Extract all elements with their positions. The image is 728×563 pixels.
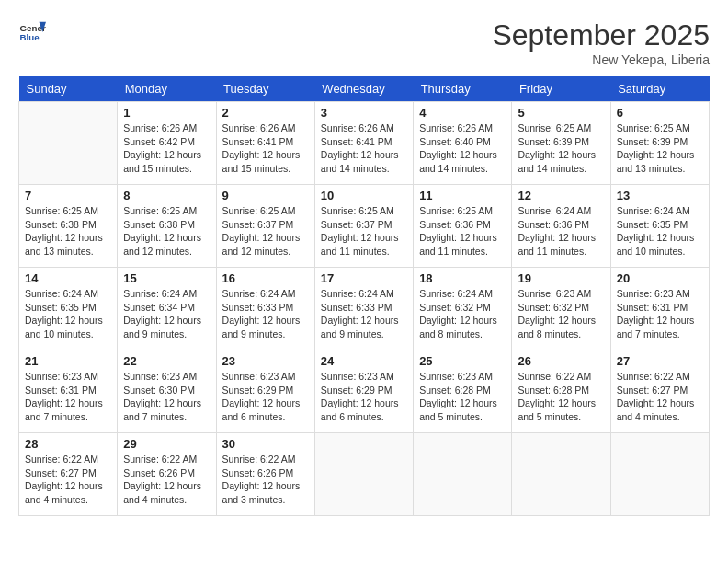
day-number: 4	[419, 106, 506, 120]
calendar-cell: 20Sunrise: 6:23 AMSunset: 6:31 PMDayligh…	[610, 268, 709, 350]
calendar-table: SundayMondayTuesdayWednesdayThursdayFrid…	[18, 76, 710, 516]
weekday-header-row: SundayMondayTuesdayWednesdayThursdayFrid…	[19, 76, 710, 102]
calendar-cell: 22Sunrise: 6:23 AMSunset: 6:30 PMDayligh…	[118, 350, 216, 433]
day-info: Sunrise: 6:26 AMSunset: 6:41 PMDaylight:…	[222, 121, 309, 176]
day-info: Sunrise: 6:25 AMSunset: 6:37 PMDaylight:…	[321, 204, 407, 259]
day-info: Sunrise: 6:25 AMSunset: 6:39 PMDaylight:…	[617, 121, 703, 176]
day-info: Sunrise: 6:23 AMSunset: 6:28 PMDaylight:…	[419, 370, 506, 424]
day-info: Sunrise: 6:23 AMSunset: 6:29 PMDaylight:…	[222, 370, 309, 424]
day-number: 19	[518, 271, 604, 285]
day-info: Sunrise: 6:24 AMSunset: 6:35 PMDaylight:…	[617, 204, 703, 259]
calendar-cell: 8Sunrise: 6:25 AMSunset: 6:38 PMDaylight…	[118, 185, 216, 268]
calendar-cell: 3Sunrise: 6:26 AMSunset: 6:41 PMDaylight…	[314, 102, 413, 185]
calendar-week-row: 1Sunrise: 6:26 AMSunset: 6:42 PMDaylight…	[19, 102, 710, 185]
day-info: Sunrise: 6:23 AMSunset: 6:30 PMDaylight:…	[123, 370, 210, 424]
weekday-header: Sunday	[19, 76, 118, 102]
calendar-week-row: 28Sunrise: 6:22 AMSunset: 6:27 PMDayligh…	[19, 433, 710, 516]
day-info: Sunrise: 6:24 AMSunset: 6:35 PMDaylight:…	[25, 287, 111, 341]
calendar-cell: 12Sunrise: 6:24 AMSunset: 6:36 PMDayligh…	[512, 185, 610, 268]
calendar-cell: 9Sunrise: 6:25 AMSunset: 6:37 PMDaylight…	[216, 185, 314, 268]
day-number: 23	[222, 354, 309, 368]
day-info: Sunrise: 6:24 AMSunset: 6:33 PMDaylight:…	[321, 287, 407, 341]
calendar-cell: 7Sunrise: 6:25 AMSunset: 6:38 PMDaylight…	[19, 185, 118, 268]
calendar-week-row: 21Sunrise: 6:23 AMSunset: 6:31 PMDayligh…	[19, 350, 710, 433]
location: New Yekepa, Liberia	[492, 52, 710, 67]
day-info: Sunrise: 6:25 AMSunset: 6:37 PMDaylight:…	[222, 204, 309, 259]
day-number: 18	[419, 271, 506, 285]
day-number: 13	[617, 189, 703, 202]
day-number: 10	[321, 189, 407, 202]
day-number: 25	[419, 354, 506, 368]
calendar-cell: 23Sunrise: 6:23 AMSunset: 6:29 PMDayligh…	[216, 350, 314, 433]
calendar-cell: 15Sunrise: 6:24 AMSunset: 6:34 PMDayligh…	[118, 268, 216, 350]
day-number: 3	[321, 106, 407, 120]
day-number: 27	[617, 354, 703, 368]
day-number: 30	[222, 437, 309, 451]
day-number: 6	[617, 106, 703, 120]
weekday-header: Tuesday	[216, 76, 314, 102]
day-info: Sunrise: 6:23 AMSunset: 6:31 PMDaylight:…	[617, 287, 703, 341]
day-info: Sunrise: 6:25 AMSunset: 6:36 PMDaylight:…	[419, 204, 506, 259]
calendar-cell	[512, 433, 610, 516]
day-number: 9	[222, 189, 309, 202]
day-info: Sunrise: 6:24 AMSunset: 6:32 PMDaylight:…	[419, 287, 506, 341]
day-info: Sunrise: 6:22 AMSunset: 6:26 PMDaylight:…	[123, 453, 210, 507]
calendar-cell	[610, 433, 709, 516]
title-block: September 2025 New Yekepa, Liberia	[492, 18, 710, 67]
day-number: 5	[518, 106, 604, 120]
day-number: 16	[222, 271, 309, 285]
calendar-cell: 6Sunrise: 6:25 AMSunset: 6:39 PMDaylight…	[610, 102, 709, 185]
day-info: Sunrise: 6:26 AMSunset: 6:42 PMDaylight:…	[123, 121, 210, 176]
day-info: Sunrise: 6:25 AMSunset: 6:38 PMDaylight:…	[25, 204, 111, 259]
day-info: Sunrise: 6:22 AMSunset: 6:26 PMDaylight:…	[222, 453, 309, 507]
day-info: Sunrise: 6:23 AMSunset: 6:31 PMDaylight:…	[25, 370, 111, 424]
calendar-cell: 2Sunrise: 6:26 AMSunset: 6:41 PMDaylight…	[216, 102, 314, 185]
calendar-cell: 27Sunrise: 6:22 AMSunset: 6:27 PMDayligh…	[610, 350, 709, 433]
day-info: Sunrise: 6:26 AMSunset: 6:40 PMDaylight:…	[419, 121, 506, 176]
day-number: 26	[518, 354, 604, 368]
day-info: Sunrise: 6:22 AMSunset: 6:28 PMDaylight:…	[518, 370, 604, 424]
day-info: Sunrise: 6:22 AMSunset: 6:27 PMDaylight:…	[25, 453, 111, 507]
calendar-cell: 26Sunrise: 6:22 AMSunset: 6:28 PMDayligh…	[512, 350, 610, 433]
calendar-cell: 19Sunrise: 6:23 AMSunset: 6:32 PMDayligh…	[512, 268, 610, 350]
weekday-header: Monday	[118, 76, 216, 102]
weekday-header: Saturday	[610, 76, 709, 102]
weekday-header: Friday	[512, 76, 610, 102]
calendar-cell: 25Sunrise: 6:23 AMSunset: 6:28 PMDayligh…	[414, 350, 512, 433]
day-info: Sunrise: 6:22 AMSunset: 6:27 PMDaylight:…	[617, 370, 703, 424]
svg-text:Blue: Blue	[20, 32, 40, 42]
calendar-cell: 11Sunrise: 6:25 AMSunset: 6:36 PMDayligh…	[414, 185, 512, 268]
day-number: 20	[617, 271, 703, 285]
calendar-cell: 29Sunrise: 6:22 AMSunset: 6:26 PMDayligh…	[118, 433, 216, 516]
calendar-cell: 4Sunrise: 6:26 AMSunset: 6:40 PMDaylight…	[414, 102, 512, 185]
day-number: 14	[25, 271, 111, 285]
day-info: Sunrise: 6:23 AMSunset: 6:32 PMDaylight:…	[518, 287, 604, 341]
day-number: 24	[321, 354, 407, 368]
calendar-cell: 14Sunrise: 6:24 AMSunset: 6:35 PMDayligh…	[19, 268, 118, 350]
weekday-header: Wednesday	[314, 76, 413, 102]
day-info: Sunrise: 6:25 AMSunset: 6:38 PMDaylight:…	[123, 204, 210, 259]
day-number: 28	[25, 437, 111, 451]
day-number: 7	[25, 189, 111, 202]
day-info: Sunrise: 6:25 AMSunset: 6:39 PMDaylight:…	[518, 121, 604, 176]
day-number: 15	[123, 271, 210, 285]
calendar-cell: 16Sunrise: 6:24 AMSunset: 6:33 PMDayligh…	[216, 268, 314, 350]
day-number: 21	[25, 354, 111, 368]
calendar-cell: 30Sunrise: 6:22 AMSunset: 6:26 PMDayligh…	[216, 433, 314, 516]
calendar-cell: 5Sunrise: 6:25 AMSunset: 6:39 PMDaylight…	[512, 102, 610, 185]
calendar-cell: 18Sunrise: 6:24 AMSunset: 6:32 PMDayligh…	[414, 268, 512, 350]
calendar-cell	[19, 102, 118, 185]
month-title: September 2025	[492, 18, 710, 52]
day-info: Sunrise: 6:24 AMSunset: 6:34 PMDaylight:…	[123, 287, 210, 341]
calendar-cell	[414, 433, 512, 516]
logo: General Blue	[18, 18, 46, 46]
day-number: 8	[123, 189, 210, 202]
calendar-cell: 28Sunrise: 6:22 AMSunset: 6:27 PMDayligh…	[19, 433, 118, 516]
day-info: Sunrise: 6:24 AMSunset: 6:36 PMDaylight:…	[518, 204, 604, 259]
logo-icon: General Blue	[18, 18, 46, 46]
day-number: 11	[419, 189, 506, 202]
calendar-cell: 21Sunrise: 6:23 AMSunset: 6:31 PMDayligh…	[19, 350, 118, 433]
day-number: 22	[123, 354, 210, 368]
day-info: Sunrise: 6:24 AMSunset: 6:33 PMDaylight:…	[222, 287, 309, 341]
calendar-cell: 17Sunrise: 6:24 AMSunset: 6:33 PMDayligh…	[314, 268, 413, 350]
